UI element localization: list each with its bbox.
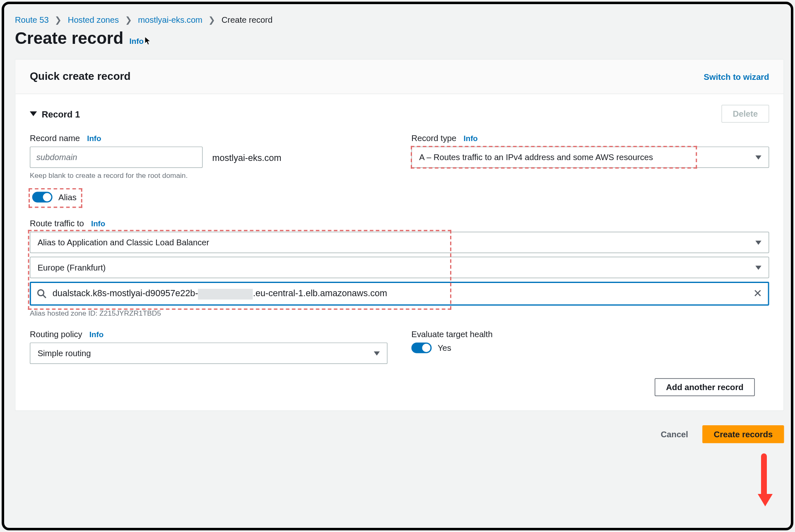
- route-traffic-label: Route traffic to: [30, 218, 84, 228]
- routing-policy-info-link[interactable]: Info: [89, 330, 104, 339]
- route-traffic-info-link[interactable]: Info: [91, 219, 105, 228]
- load-balancer-input[interactable]: dualstack.k8s-mostlyai-d90957e22b-.eu-ce…: [30, 282, 769, 306]
- endpoint-type-select[interactable]: Alias to Application and Classic Load Ba…: [30, 232, 769, 253]
- routing-policy-select[interactable]: Simple routing: [30, 343, 388, 364]
- add-another-record-button[interactable]: Add another record: [655, 378, 755, 396]
- caret-down-icon[interactable]: [30, 111, 37, 116]
- evaluate-health-value: Yes: [438, 343, 451, 352]
- svg-point-0: [38, 290, 43, 295]
- record-name-input[interactable]: [30, 146, 203, 168]
- load-balancer-value: dualstack.k8s-mostlyai-d90957e22b-.eu-ce…: [53, 288, 747, 299]
- evaluate-health-label: Evaluate target health: [412, 329, 493, 339]
- breadcrumb-route53[interactable]: Route 53: [15, 15, 49, 24]
- panel-title: Quick create record: [30, 70, 130, 83]
- region-select[interactable]: Europe (Frankfurt): [30, 257, 769, 278]
- endpoint-type-value: Alias to Application and Classic Load Ba…: [38, 237, 210, 247]
- chevron-down-icon: [755, 265, 761, 269]
- record-type-value: A – Routes traffic to an IPv4 address an…: [419, 153, 653, 162]
- chevron-down-icon: [374, 351, 380, 355]
- evaluate-health-toggle[interactable]: Yes: [412, 343, 451, 353]
- clear-icon[interactable]: ✕: [753, 287, 762, 300]
- switch-to-wizard-link[interactable]: Switch to wizard: [704, 72, 769, 81]
- record-name-suffix: mostlyai-eks.com: [212, 152, 282, 162]
- chevron-down-icon: [755, 155, 761, 159]
- chevron-down-icon: [755, 240, 761, 244]
- chevron-right-icon: ❯: [125, 15, 132, 24]
- breadcrumb-hosted-zones[interactable]: Hosted zones: [68, 15, 119, 24]
- breadcrumb-current: Create record: [222, 15, 272, 24]
- alias-toggle-label: Alias: [58, 192, 77, 202]
- breadcrumb: Route 53 ❯ Hosted zones ❯ mostlyai-eks.c…: [4, 4, 795, 24]
- routing-policy-value: Simple routing: [38, 348, 91, 358]
- record-type-label: Record type: [412, 133, 457, 143]
- routing-policy-label: Routing policy: [30, 329, 82, 339]
- redacted-segment: [198, 289, 253, 300]
- breadcrumb-domain[interactable]: mostlyai-eks.com: [138, 15, 202, 24]
- record-type-info-link[interactable]: Info: [463, 134, 477, 143]
- chevron-right-icon: ❯: [55, 15, 62, 24]
- quick-create-panel: Quick create record Switch to wizard Rec…: [15, 59, 784, 411]
- chevron-right-icon: ❯: [208, 15, 215, 24]
- record-name-label: Record name: [30, 133, 80, 143]
- alias-toggle[interactable]: Alias: [32, 192, 77, 203]
- page-title: Create record: [15, 29, 123, 48]
- page-title-info-link[interactable]: Info: [130, 37, 144, 46]
- svg-line-1: [43, 295, 46, 297]
- cancel-button[interactable]: Cancel: [661, 429, 688, 439]
- create-records-button[interactable]: Create records: [702, 425, 784, 443]
- alias-zone-id: Alias hosted zone ID: Z215JYRZR1TBD5: [30, 309, 769, 317]
- search-icon: [37, 289, 46, 298]
- region-value: Europe (Frankfurt): [38, 263, 106, 272]
- record-name-hint: Keep blank to create a record for the ro…: [30, 172, 388, 180]
- delete-record-button[interactable]: Delete: [721, 105, 769, 122]
- record-type-select[interactable]: A – Routes traffic to an IPv4 address an…: [412, 146, 769, 168]
- record-name-info-link[interactable]: Info: [87, 134, 101, 143]
- record-title: Record 1: [42, 109, 80, 119]
- annotation-arrow-icon: [758, 453, 770, 511]
